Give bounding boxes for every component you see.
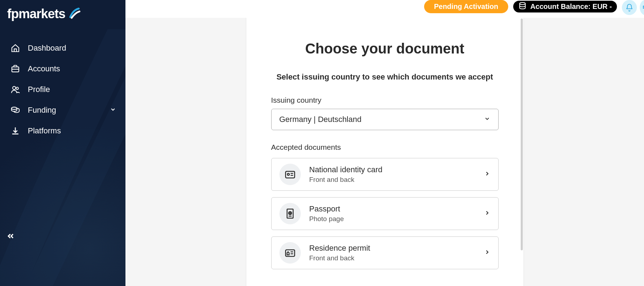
doc-title: National identity card bbox=[309, 165, 475, 174]
page-subtitle: Select issuing country to see which docu… bbox=[271, 72, 499, 82]
sidebar-item-label: Accounts bbox=[28, 64, 60, 73]
brand-swoosh-icon bbox=[68, 6, 82, 21]
settings-button[interactable] bbox=[640, 0, 644, 15]
country-value: Germany | Deutschland bbox=[279, 115, 362, 124]
briefcase-icon bbox=[11, 64, 20, 73]
notifications-button[interactable] bbox=[622, 0, 637, 15]
sidebar-nav: Dashboard Accounts Profile bbox=[0, 38, 125, 141]
bell-icon bbox=[625, 4, 633, 11]
doc-national-id[interactable]: National identity card Front and back bbox=[271, 158, 499, 191]
svg-point-4 bbox=[520, 2, 525, 5]
id-card-icon bbox=[279, 164, 301, 185]
sidebar-item-label: Platforms bbox=[28, 126, 61, 136]
document-card: Choose your document Select issuing coun… bbox=[246, 18, 524, 286]
sidebar-item-label: Profile bbox=[28, 85, 50, 94]
doc-text: Passport Photo page bbox=[309, 204, 475, 223]
brand-name: fpmarkets bbox=[7, 6, 65, 21]
balance-label: Account Balance: EUR - bbox=[530, 2, 612, 11]
brand-logo[interactable]: fpmarkets bbox=[0, 0, 125, 28]
doc-sub: Front and back bbox=[309, 254, 475, 262]
status-pill[interactable]: Pending Activation bbox=[424, 0, 508, 13]
doc-text: Residence permit Front and back bbox=[309, 244, 475, 262]
users-icon bbox=[11, 85, 20, 94]
doc-title: Residence permit bbox=[309, 244, 475, 253]
chevrons-left-icon bbox=[6, 231, 15, 241]
sidebar: fpmarkets Dashboard Accounts bbox=[0, 0, 125, 286]
home-icon bbox=[11, 44, 20, 53]
svg-point-7 bbox=[287, 173, 289, 175]
main-content: Choose your document Select issuing coun… bbox=[125, 18, 644, 286]
sidebar-item-label: Dashboard bbox=[28, 44, 66, 53]
sidebar-collapse-button[interactable] bbox=[4, 229, 18, 243]
doc-passport[interactable]: Passport Photo page bbox=[271, 197, 499, 230]
doc-residence-permit[interactable]: Residence permit Front and back bbox=[271, 236, 499, 269]
sidebar-item-funding[interactable]: Funding bbox=[0, 100, 125, 121]
gear-icon bbox=[642, 4, 644, 11]
status-label: Pending Activation bbox=[434, 2, 498, 11]
doc-title: Passport bbox=[309, 204, 475, 214]
scrollbar[interactable] bbox=[521, 19, 523, 250]
chevron-right-icon bbox=[484, 210, 490, 218]
chevron-down-icon bbox=[484, 115, 490, 124]
topbar: Pending Activation Account Balance: EUR … bbox=[125, 0, 644, 18]
doc-sub: Photo page bbox=[309, 215, 475, 223]
chevron-right-icon bbox=[484, 170, 490, 178]
accepted-documents-label: Accepted documents bbox=[271, 143, 499, 152]
chevron-down-icon bbox=[110, 106, 116, 115]
doc-text: National identity card Front and back bbox=[309, 165, 475, 184]
sidebar-item-dashboard[interactable]: Dashboard bbox=[0, 38, 125, 58]
svg-point-3 bbox=[11, 107, 17, 109]
page-title: Choose your document bbox=[271, 41, 499, 57]
country-label: Issuing country bbox=[271, 96, 499, 104]
doc-sub: Front and back bbox=[309, 176, 475, 184]
sidebar-item-label: Funding bbox=[28, 106, 56, 115]
topbar-actions bbox=[622, 0, 644, 15]
country-select[interactable]: Germany | Deutschland bbox=[271, 109, 499, 130]
sidebar-item-platforms[interactable]: Platforms bbox=[0, 121, 125, 141]
sidebar-item-profile[interactable]: Profile bbox=[0, 79, 125, 100]
chevron-right-icon bbox=[484, 249, 490, 257]
coins-icon bbox=[11, 106, 20, 115]
residence-icon bbox=[279, 242, 301, 264]
passport-icon bbox=[279, 203, 301, 224]
svg-point-2 bbox=[16, 87, 18, 90]
balance-pill[interactable]: Account Balance: EUR - bbox=[512, 0, 618, 13]
download-icon bbox=[11, 126, 20, 136]
sidebar-item-accounts[interactable]: Accounts bbox=[0, 58, 125, 79]
svg-point-1 bbox=[12, 86, 16, 90]
coins-icon bbox=[518, 1, 527, 12]
